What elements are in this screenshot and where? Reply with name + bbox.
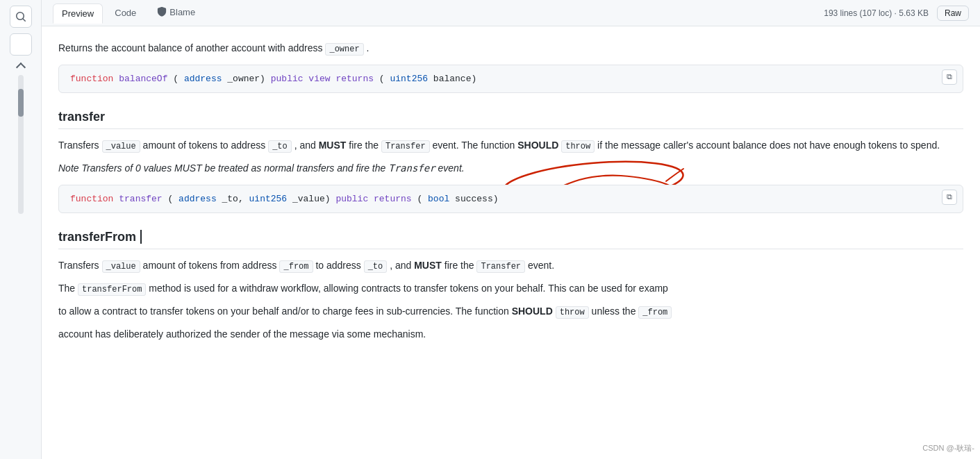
throw-keyword: throw <box>561 140 595 153</box>
content-area: Returns the account balance of another a… <box>42 26 980 459</box>
tab-bar: Preview Code Blame 193 lines (107 loc) ·… <box>42 0 980 26</box>
note-section: Note Transfers of 0 values MUST be treat… <box>58 160 963 176</box>
search-button[interactable] <box>10 6 32 28</box>
from-param2: _from <box>638 306 672 319</box>
transfer-code-block: function transfer ( address _to, uint256… <box>58 185 963 213</box>
watermark: CSDN @-耿瑞- <box>922 443 974 453</box>
tab-code[interactable]: Code <box>106 3 145 23</box>
throw-keyword2: throw <box>556 306 589 319</box>
transfer-from-method: transferFrom <box>78 283 146 296</box>
transfer-note: Note Transfers of 0 values MUST be treat… <box>58 160 963 176</box>
transfer-event-note: Transfer <box>388 162 435 174</box>
transfer-from-description1: Transfers _value amount of tokens from a… <box>58 258 963 274</box>
copy-code-button[interactable]: ⧉ <box>942 69 957 85</box>
raw-button[interactable]: Raw <box>937 6 969 21</box>
sidebar-extra-btn[interactable] <box>10 33 32 56</box>
blame-tab-with-shield: Blame <box>157 7 195 17</box>
shield-icon <box>157 7 167 17</box>
transfer-event: Transfer <box>381 140 430 153</box>
section-transfer-from: transferFrom Transfers _value amount of … <box>58 230 963 342</box>
section-transfer: transfer Transfers _value amount of toke… <box>58 110 963 213</box>
search-icon <box>15 11 26 22</box>
to-param2: _to <box>364 260 388 273</box>
sidebar-scroll-area <box>17 58 24 459</box>
value-param2: _value <box>102 260 140 273</box>
transfer-title: transfer <box>58 110 963 129</box>
from-param: _from <box>279 260 313 273</box>
transfer-event2: Transfer <box>476 260 525 273</box>
balance-of-code-block: function balanceOf ( address _owner) pub… <box>58 65 963 93</box>
owner-param: _owner <box>325 43 363 56</box>
scroll-thumb[interactable] <box>18 89 24 117</box>
tab-preview[interactable]: Preview <box>53 3 103 24</box>
section-balance-of-return: Returns the account balance of another a… <box>58 40 963 93</box>
copy-transfer-code-button[interactable]: ⧉ <box>942 190 957 205</box>
transfer-from-description4: account has deliberately authorized the … <box>58 326 963 342</box>
scroll-up-icon[interactable] <box>15 62 25 72</box>
file-meta: 193 lines (107 loc) · 5.63 KB <box>824 8 929 18</box>
scroll-track <box>18 75 24 214</box>
transfer-description: Transfers _value amount of tokens to add… <box>58 137 963 153</box>
to-param: _to <box>268 140 292 153</box>
main-content: Preview Code Blame 193 lines (107 loc) ·… <box>42 0 980 459</box>
transfer-from-description3: to allow a contract to transfer tokens o… <box>58 303 963 319</box>
value-param: _value <box>102 140 140 153</box>
tab-blame[interactable]: Blame <box>148 2 204 24</box>
sidebar <box>0 0 42 459</box>
transfer-from-title: transferFrom <box>58 230 963 249</box>
code-keyword-function2: function <box>70 194 113 204</box>
transfer-from-description2: The transferFrom method is used for a wi… <box>58 281 963 297</box>
code-keyword-function: function <box>70 74 113 84</box>
balance-of-description: Returns the account balance of another a… <box>58 40 963 56</box>
